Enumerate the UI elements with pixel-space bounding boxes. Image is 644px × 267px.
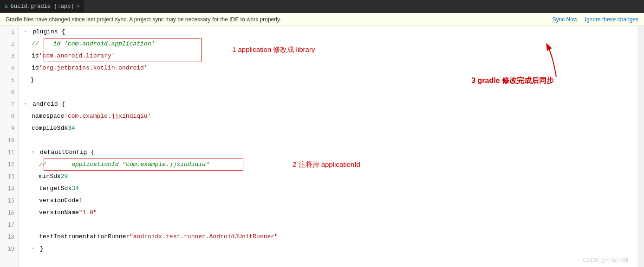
line-num-3: 3 xyxy=(0,50,14,62)
line-num-14: 14 xyxy=(0,183,14,195)
code-line-14: targetSdk 34 xyxy=(19,183,637,195)
tab-label: build.gradle (:app) xyxy=(11,3,74,10)
fold-icon-11[interactable]: ▾ xyxy=(32,146,38,159)
tab-bar: G build.gradle (:app) × xyxy=(0,0,644,13)
code-line-4: id 'org.jetbrains.kotlin.android' xyxy=(19,62,637,74)
editor-area: 1 2 3 4 5 6 7 8 9 10 11 12 13 14 15 16 1… xyxy=(0,26,644,267)
gradle-file-icon: G xyxy=(5,4,8,9)
line-num-9: 9 xyxy=(0,122,14,134)
code-line-7: ▾ android { xyxy=(19,98,637,110)
line-num-16: 16 xyxy=(0,207,14,219)
code-area[interactable]: ▾ plugins { // id 'com.android.applicati… xyxy=(19,26,637,267)
line-num-18: 18 xyxy=(0,231,14,243)
line-num-2: 2 xyxy=(0,38,14,50)
line-num-11: 11 xyxy=(0,146,14,159)
scrollbar[interactable] xyxy=(637,26,644,267)
line-numbers: 1 2 3 4 5 6 7 8 9 10 11 12 13 14 15 16 1… xyxy=(0,26,19,267)
line-num-10: 10 xyxy=(0,134,14,146)
line-num-4: 4 xyxy=(0,62,14,74)
line-num-8: 8 xyxy=(0,110,14,122)
line-num-6: 6 xyxy=(0,86,14,98)
notification-message: Gradle files have changed since last pro… xyxy=(6,16,281,23)
tab-build-gradle[interactable]: G build.gradle (:app) × xyxy=(0,0,85,13)
code-line-19: ▾ } xyxy=(19,243,637,255)
tab-close-button[interactable]: × xyxy=(77,4,80,9)
line-num-7: 7 xyxy=(0,98,14,110)
notification-bar: Gradle files have changed since last pro… xyxy=(0,13,644,26)
code-line-5: } xyxy=(19,74,637,86)
code-line-18: testInstrumentationRunner "androidx.test… xyxy=(19,231,637,243)
line-num-12: 12 xyxy=(0,159,14,171)
notification-actions: Sync Now Ignore these changes xyxy=(553,16,638,23)
code-line-12: // applicationId "com.example.jjxindiqiu… xyxy=(19,159,637,171)
line-num-1: 1 xyxy=(0,26,14,38)
code-line-1: ▾ plugins { xyxy=(19,26,637,38)
code-line-15: versionCode 1 xyxy=(19,195,637,207)
line-num-19: 19 xyxy=(0,243,14,255)
code-line-13: minSdk 29 xyxy=(19,171,637,183)
fold-icon-1[interactable]: ▾ xyxy=(24,26,31,38)
watermark: CSDN @小超小调 xyxy=(583,256,628,264)
code-line-6 xyxy=(19,86,637,98)
line-num-17: 17 xyxy=(0,219,14,231)
fold-icon-7[interactable]: ▾ xyxy=(24,98,31,110)
code-line-11: ▾ defaultConfig { xyxy=(19,146,637,159)
line-num-13: 13 xyxy=(0,171,14,183)
code-line-16: versionName "1.0" xyxy=(19,207,637,219)
code-line-10 xyxy=(19,134,637,146)
code-line-9: compileSdk 34 xyxy=(19,122,637,134)
code-line-17 xyxy=(19,219,637,231)
line-num-15: 15 xyxy=(0,195,14,207)
ignore-changes-link[interactable]: Ignore these changes xyxy=(585,16,638,23)
fold-icon-19[interactable]: ▾ xyxy=(32,243,38,255)
sync-now-link[interactable]: Sync Now xyxy=(553,16,578,23)
code-line-3: id 'com.android.library' xyxy=(19,50,637,62)
line-num-5: 5 xyxy=(0,74,14,86)
code-line-2: // id 'com.android.application' xyxy=(19,38,637,50)
code-line-8: namespace 'com.example.jjxindiqiu' xyxy=(19,110,637,122)
